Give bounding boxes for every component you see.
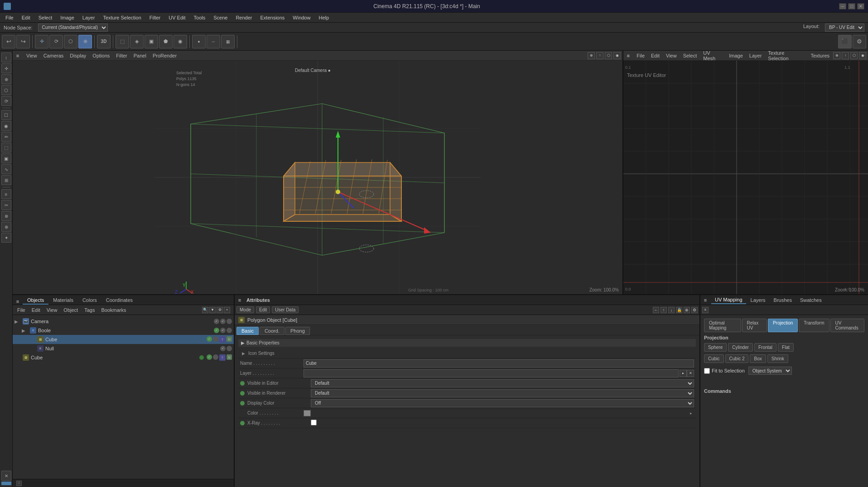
viewport-canvas[interactable]: Y X Z Selected Total Polys 1135 N-gons 1…	[13, 61, 622, 294]
list-item[interactable]: ⊕ Null ✓	[13, 344, 234, 353]
menu-scene[interactable]: Scene	[210, 14, 231, 21]
view-3d-button[interactable]: 3D	[97, 35, 111, 48]
menu-help[interactable]: Help	[315, 14, 333, 21]
viewport[interactable]: ≡ View Cameras Display Options Filter Pa…	[13, 51, 623, 294]
fit-to-selection-checkbox[interactable]	[704, 368, 710, 374]
obj-search-btn[interactable]: 🔍	[202, 307, 208, 313]
attr-menu-icon[interactable]: ≡	[236, 297, 243, 303]
menu-tools[interactable]: Tools	[190, 14, 209, 21]
attr-name-input[interactable]	[304, 359, 694, 368]
left-tool-4[interactable]: ⬡	[1, 85, 11, 95]
attr-add-btn[interactable]: ⊕	[684, 307, 690, 313]
left-tool-8[interactable]: ✏	[1, 132, 11, 142]
live-select-button[interactable]: ◈	[130, 35, 144, 48]
list-item[interactable]: ▶ 📷 Camera ✓ ✓	[13, 317, 234, 326]
obj-vis-dot[interactable]: ✓	[207, 354, 212, 360]
loop-select-button[interactable]: ◉	[174, 35, 187, 48]
left-tool-14[interactable]: ✂	[1, 200, 11, 210]
vp-menu-filter[interactable]: Filter	[113, 52, 130, 59]
menu-file[interactable]: File	[2, 14, 17, 21]
uv-menu-icon[interactable]: ≡	[625, 53, 631, 59]
undo-button[interactable]: ↩	[2, 35, 15, 48]
rotate-tool-button[interactable]: ⟳	[49, 35, 63, 48]
attr-visible-renderer-select[interactable]: Default	[311, 389, 694, 397]
obj-vis-dot[interactable]: ✓	[214, 319, 219, 324]
tab-objects[interactable]: Objects	[23, 296, 48, 305]
select-all-button[interactable]: ⬚	[116, 35, 129, 48]
obj-filter-btn[interactable]: ▼	[209, 307, 216, 313]
menu-render[interactable]: Render	[232, 14, 256, 21]
attr-tab-coord[interactable]: Coord.	[260, 327, 285, 335]
attr-edit-btn[interactable]: Edit	[256, 306, 270, 313]
left-tool-3[interactable]: ⊕	[1, 74, 11, 84]
left-tool-17[interactable]: ✦	[1, 233, 11, 243]
obj-tag-2[interactable]: U	[227, 336, 232, 342]
btn-cubic[interactable]: Cubic	[704, 354, 724, 363]
point-mode-button[interactable]: ●	[192, 35, 206, 48]
attr-visible-editor-indicator[interactable]	[240, 381, 245, 386]
uvm-menu-icon[interactable]: ≡	[702, 297, 709, 303]
attr-color-expand[interactable]: ▸	[688, 410, 694, 416]
menu-select[interactable]: Select	[35, 14, 56, 21]
attr-visible-renderer-indicator[interactable]	[240, 391, 245, 396]
obj-render-dot[interactable]	[213, 336, 218, 342]
uv-canvas[interactable]: 0.1 1.1 0.0 1.0 Texture UV Editor Zoom: …	[623, 61, 868, 294]
vp-nav-btn-3[interactable]: ⬡	[605, 52, 612, 59]
left-scroll-handle[interactable]	[1, 482, 11, 485]
status-menu-btn[interactable]: ≡	[16, 481, 22, 486]
left-tool-5[interactable]: ⟳	[1, 96, 11, 106]
obj-menu-object[interactable]: Object	[61, 306, 81, 314]
coord-system-select[interactable]: Object System World System	[748, 367, 792, 375]
layout-select[interactable]: BP - UV Edit	[825, 24, 864, 32]
attr-layer-pick-btn[interactable]: ▸	[680, 370, 687, 377]
left-tool-6[interactable]: ☐	[1, 110, 11, 120]
vp-menu-options[interactable]: Options	[90, 52, 112, 59]
uv-menu-layer[interactable]: Layer	[747, 52, 765, 59]
vp-menu-display[interactable]: Display	[67, 52, 89, 59]
attr-color-swatch[interactable]	[304, 410, 311, 416]
menu-window[interactable]: Window	[289, 14, 314, 21]
tab-brushes[interactable]: Brushes	[770, 296, 796, 304]
render-settings-button[interactable]: ⚙	[853, 35, 866, 48]
uv-menu-edit[interactable]: Edit	[648, 52, 662, 59]
vp-menu-panel[interactable]: Panel	[131, 52, 149, 59]
uv-menu-view[interactable]: View	[663, 52, 680, 59]
obj-menu-bookmarks[interactable]: Bookmarks	[98, 306, 129, 314]
left-tool-7[interactable]: ◉	[1, 121, 11, 131]
close-button[interactable]: ✕	[857, 3, 864, 10]
uvm-menu-btn[interactable]: ≡	[702, 307, 709, 313]
left-tool-2[interactable]: ✛	[1, 63, 11, 73]
tab-optimal-mapping[interactable]: Optimal Mapping	[704, 319, 741, 332]
left-tool-15[interactable]: ⊗	[1, 211, 11, 221]
tab-transform[interactable]: Transform	[799, 319, 829, 332]
left-tool-9[interactable]: ⬚	[1, 143, 11, 153]
node-space-select[interactable]: Current (Standard/Physical)	[38, 24, 108, 32]
uv-menu-image[interactable]: Image	[726, 52, 746, 59]
obj-tag[interactable]: T	[219, 354, 226, 361]
list-item[interactable]: ▶ ⊕ Boole ✓ ✓	[13, 326, 234, 335]
obj-render-dot[interactable]	[213, 354, 218, 360]
rect-select-button[interactable]: ▣	[145, 35, 158, 48]
vp-nav-btn-2[interactable]: ↑	[596, 52, 603, 59]
icon-settings-expand[interactable]: ▶	[240, 350, 246, 357]
obj-vis-dot[interactable]: ✓	[214, 328, 219, 333]
vp-menu-prorender[interactable]: ProRender	[150, 52, 179, 59]
menu-layer[interactable]: Layer	[79, 14, 99, 21]
obj-lock-dot[interactable]	[227, 319, 232, 324]
obj-tag-2[interactable]: U	[227, 354, 232, 360]
uv-menu-file[interactable]: File	[634, 52, 647, 59]
obj-menu-view[interactable]: View	[44, 306, 60, 314]
obj-tag[interactable]: T	[219, 336, 226, 343]
left-tool-13[interactable]: ≡	[1, 189, 11, 199]
tab-materials[interactable]: Materials	[48, 296, 78, 305]
btn-frontal[interactable]: Frontal	[754, 343, 776, 352]
menu-image[interactable]: Image	[57, 14, 78, 21]
attr-up-btn[interactable]: ↑	[661, 307, 667, 313]
uv-menu-mesh[interactable]: UV Mesh	[700, 51, 725, 62]
restore-button[interactable]: □	[848, 3, 855, 10]
btn-cylinder[interactable]: Cylinder	[728, 343, 753, 352]
vp-nav-btn-4[interactable]: ◉	[613, 52, 621, 59]
uv-nav-2[interactable]: ↑	[842, 52, 849, 59]
obj-vis-dot[interactable]: ✓	[220, 346, 226, 351]
attr-mode-btn[interactable]: Mode	[236, 306, 254, 313]
